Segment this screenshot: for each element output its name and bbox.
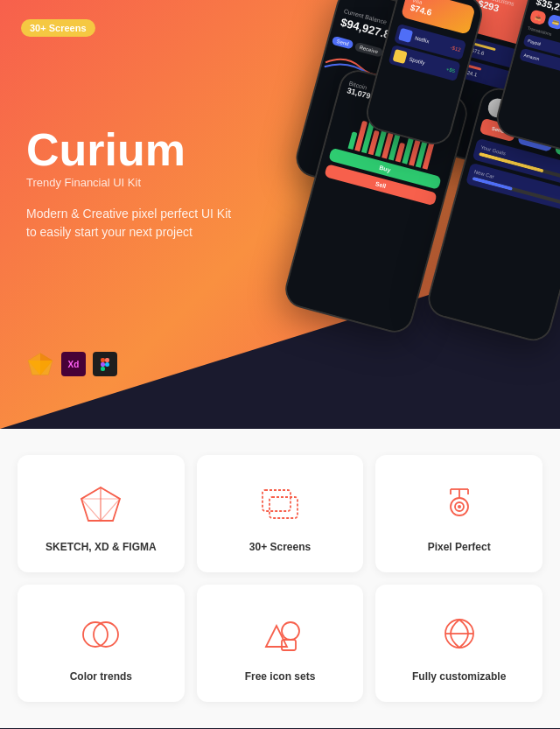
- svg-rect-4: [101, 358, 105, 362]
- feature-card-4: Free icon sets: [197, 585, 364, 702]
- svg-point-21: [458, 505, 461, 508]
- hero-subtitle: Trendy Financial UI Kit: [26, 176, 231, 189]
- features-section: SKETCH, XD & FIGMA 30+ Screens: [0, 429, 560, 728]
- feature-label-3: Color trends: [70, 670, 132, 683]
- features-grid: SKETCH, XD & FIGMA 30+ Screens: [18, 455, 542, 702]
- feature-card-3: Color trends: [18, 585, 185, 702]
- diamond-icon: [78, 485, 123, 523]
- svg-rect-5: [105, 358, 109, 362]
- hero-section: 30+ Screens Curium Trendy Financial UI K…: [0, 0, 560, 429]
- svg-rect-6: [101, 362, 105, 367]
- badge: 30+ Screens: [21, 19, 95, 37]
- hero-title: Curium: [26, 127, 231, 172]
- hero-text-block: Curium Trendy Financial UI Kit Modern & …: [26, 127, 231, 263]
- hero-description: Modern & Creative pixel perfect UI Kitto…: [26, 205, 231, 242]
- feature-label-2: Pixel Perfect: [428, 541, 491, 553]
- feature-label-4: Free icon sets: [245, 670, 316, 683]
- feature-label-0: SKETCH, XD & FIGMA: [46, 541, 157, 553]
- phones-area: Current Balance $94,927.83 Send Receive …: [262, 0, 560, 420]
- svg-point-22: [83, 622, 108, 647]
- screens-icon: [257, 485, 303, 523]
- svg-point-7: [105, 362, 109, 367]
- tool-icons-group: Xd: [26, 352, 117, 376]
- free-icon-sets-icon: [257, 612, 303, 655]
- feature-card-1: 30+ Screens: [197, 455, 364, 572]
- feature-card-5: Fully customizable: [375, 585, 542, 702]
- feature-card-2: Pixel Perfect: [375, 455, 542, 572]
- customizable-icon: [437, 612, 482, 655]
- free-icon-sets-icon-area: [256, 609, 304, 658]
- figma-icon: [93, 352, 117, 376]
- color-trends-icon-area: [76, 609, 125, 658]
- svg-point-25: [282, 622, 299, 640]
- pixel-perfect-icon: [437, 482, 482, 526]
- color-trends-icon: [78, 612, 123, 655]
- feature-label-5: Fully customizable: [412, 670, 506, 683]
- svg-rect-13: [262, 490, 290, 511]
- feature-label-1: 30+ Screens: [249, 541, 311, 553]
- target-icon-area: [435, 480, 484, 529]
- svg-rect-8: [101, 367, 105, 371]
- sketch-icon: [26, 352, 54, 376]
- screens-icon-area: [256, 480, 304, 529]
- xd-icon: Xd: [61, 352, 86, 376]
- diamond-icon-area: [76, 480, 125, 529]
- svg-point-23: [94, 622, 118, 647]
- svg-rect-14: [270, 497, 298, 518]
- feature-card-0: SKETCH, XD & FIGMA: [18, 455, 185, 572]
- customizable-icon-area: [435, 609, 484, 658]
